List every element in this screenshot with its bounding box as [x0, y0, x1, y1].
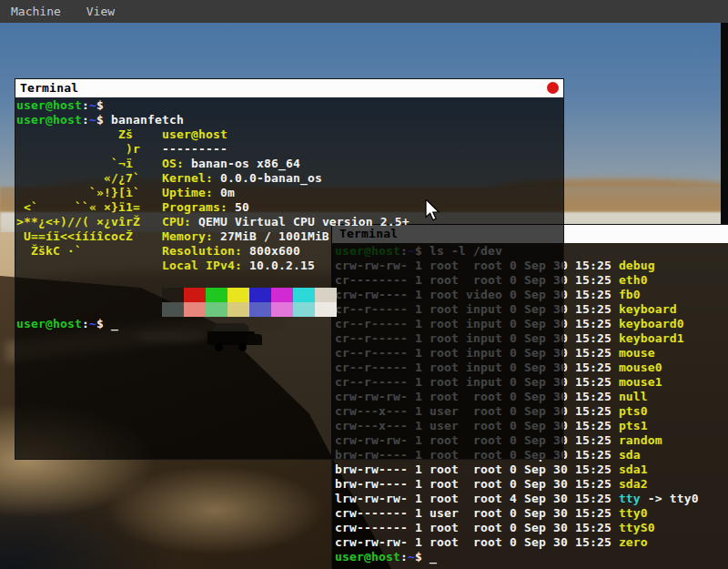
- text-segment: pts1: [619, 419, 648, 432]
- text-segment: >**¿<+)//( ×¿vîrŽ: [16, 215, 162, 229]
- terminal1-content[interactable]: user@host:~$user@host:~$ bananfetch Zš u…: [15, 97, 563, 459]
- text-segment: bananfetch: [104, 113, 184, 127]
- text-segment: keyboard0: [619, 317, 684, 330]
- text-segment: `»!}[ì`: [16, 186, 162, 199]
- text-segment: debug: [619, 259, 655, 272]
- color-palette-row: [16, 302, 563, 317]
- text-segment: user@host: [162, 127, 228, 141]
- file-list-row: crw-rw-rw- 1 root root 0 Sep 30 15:25 ze…: [335, 535, 728, 550]
- text-segment: `¬ï: [16, 157, 162, 170]
- wallpaper-edge-strip: [721, 23, 728, 228]
- menu-view[interactable]: View: [86, 5, 115, 18]
- text-segment: brw-rw---- 1 root root 0 Sep 30 15:25: [335, 477, 619, 491]
- text-segment: CPU:: [162, 215, 191, 229]
- text-segment: QEMU Virtual CPU version 2.5+: [191, 215, 410, 229]
- terminal1-titlebar[interactable]: Terminal: [15, 79, 563, 97]
- text-segment: 0.0.0-banan_os: [213, 171, 322, 185]
- text-segment: _: [430, 550, 437, 564]
- text-segment: zero: [619, 535, 648, 549]
- text-segment: 50: [228, 200, 249, 214]
- text-segment: 0m: [213, 186, 235, 199]
- text-segment: crw------- 1 root root 0 Sep 30 15:25: [335, 521, 619, 534]
- text-segment: brw-rw---- 1 root root 0 Sep 30 15:25: [335, 462, 619, 476]
- palette-swatch: [206, 288, 228, 302]
- palette-swatch: [271, 288, 293, 302]
- terminal-line: )r ---------: [16, 142, 563, 157]
- palette-swatch: [315, 288, 337, 302]
- text-segment: :: [82, 98, 89, 112]
- text-segment: ~: [408, 550, 415, 564]
- palette-swatch: [162, 302, 184, 317]
- file-list-row: brw-rw---- 1 root root 0 Sep 30 15:25 sd…: [335, 462, 728, 477]
- text-segment: Resolution:: [162, 244, 242, 258]
- text-segment: Zš: [16, 127, 162, 141]
- text-segment: lrw-rw-rw- 1 root root 4 Sep 30 15:25: [335, 492, 619, 505]
- text-segment: user@host: [16, 98, 82, 112]
- terminal-line: Local IPv4: 10.0.2.15: [16, 259, 563, 273]
- mouse-cursor-icon: [425, 199, 441, 223]
- text-segment: eth0: [619, 273, 648, 287]
- text-segment: sda1: [619, 462, 648, 476]
- text-segment: OS:: [162, 157, 184, 170]
- palette-indent: [16, 288, 162, 301]
- text-segment: crw-rw-rw- 1 root root 0 Sep 30 15:25: [335, 535, 619, 549]
- close-button-icon[interactable]: [547, 82, 559, 94]
- text-segment: ~: [89, 317, 96, 330]
- text-segment: [16, 259, 162, 272]
- palette-swatch: [315, 302, 337, 317]
- text-segment: Programs:: [162, 200, 228, 214]
- text-segment: Memory:: [162, 229, 213, 243]
- text-segment: keyboard1: [619, 331, 684, 345]
- text-segment: tty: [619, 492, 641, 505]
- terminal-window-1[interactable]: Terminal user@host:~$user@host:~$ bananf…: [15, 78, 564, 460]
- text-segment: Kernel:: [162, 171, 213, 185]
- palette-swatch: [228, 302, 249, 317]
- text-segment: )r: [16, 142, 162, 156]
- text-segment: sda: [619, 448, 641, 462]
- text-segment: _: [111, 317, 118, 330]
- text-segment: user@host: [16, 317, 82, 330]
- text-segment: :: [82, 113, 89, 127]
- text-segment: $: [96, 113, 104, 127]
- menu-machine[interactable]: Machine: [11, 5, 61, 18]
- text-segment: pts0: [619, 404, 648, 418]
- vm-menubar: Machine View: [0, 0, 728, 23]
- text-segment: <` ``« ×}ï1=: [16, 200, 162, 214]
- text-segment: mouse: [619, 346, 655, 360]
- palette-swatch: [228, 288, 249, 302]
- text-segment: fb0: [619, 288, 641, 301]
- file-list-row: lrw-rw-rw- 1 root root 4 Sep 30 15:25 tt…: [335, 492, 728, 506]
- palette-swatch: [293, 288, 315, 302]
- palette-swatch: [271, 302, 293, 317]
- text-segment: Local IPv4:: [162, 259, 242, 272]
- text-segment: «/¿7`: [16, 171, 162, 185]
- text-segment: :: [400, 550, 408, 564]
- color-palette-row: [16, 288, 563, 302]
- palette-swatch: [249, 302, 271, 317]
- text-segment: :: [82, 317, 89, 330]
- terminal-line: «/¿7` Kernel: 0.0.0-banan_os: [16, 171, 563, 186]
- file-list-row: crw------- 1 root root 0 Sep 30 15:25 tt…: [335, 521, 728, 535]
- text-segment: -> tty0: [641, 492, 699, 505]
- terminal-line: <` ``« ×}ï1= Programs: 50: [16, 200, 563, 215]
- text-segment: keyboard: [619, 302, 677, 316]
- text-segment: $: [96, 317, 111, 330]
- text-segment: ttyS0: [619, 521, 655, 534]
- terminal-line: >**¿<+)//( ×¿vîrŽ CPU: QEMU Virtual CPU …: [16, 215, 563, 229]
- text-segment: banan-os x86_64: [184, 157, 300, 170]
- text-segment: ---------: [162, 142, 228, 156]
- text-segment: mouse1: [619, 375, 662, 389]
- palette-swatch: [162, 288, 184, 302]
- file-list-row: brw-rw---- 1 root root 0 Sep 30 15:25 sd…: [335, 477, 728, 492]
- text-segment: ~: [89, 113, 96, 127]
- file-list-row: crw------- 1 user root 0 Sep 30 15:25 tt…: [335, 506, 728, 521]
- text-segment: Uptime:: [162, 186, 213, 199]
- vm-screen: Machine View Terminal user@host:~$ ls -l…: [0, 0, 728, 569]
- palette-swatch: [249, 288, 271, 302]
- terminal-line: U==íï<<íííîcocŽ Memory: 27MiB / 1001MiB: [16, 229, 563, 244]
- palette-swatch: [184, 288, 206, 302]
- text-segment: user@host: [16, 113, 82, 127]
- palette-swatch: [206, 302, 228, 317]
- terminal-line: `»!}[ì` Uptime: 0m: [16, 186, 563, 200]
- shell-prompt-line: user@host:~$ _: [335, 550, 728, 564]
